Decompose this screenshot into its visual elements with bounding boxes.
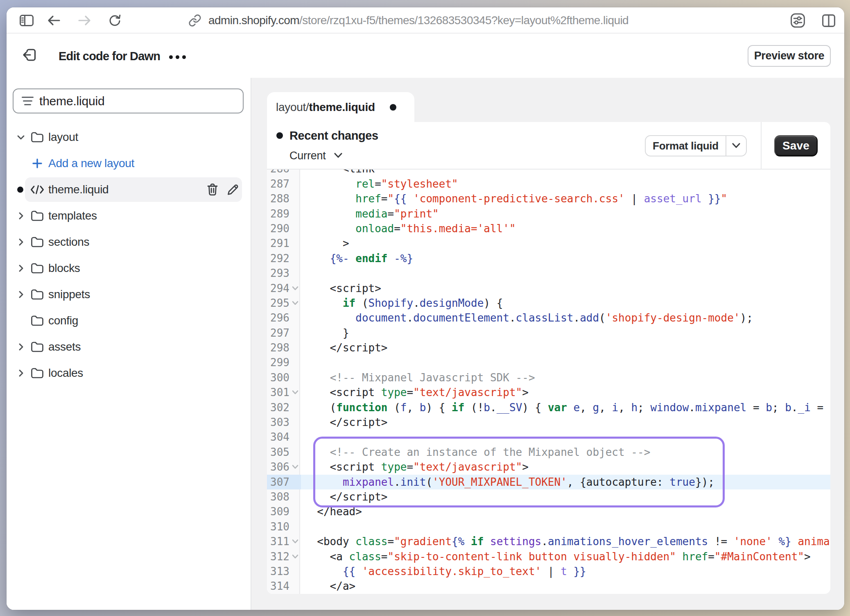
tree-item-locales[interactable]: locales [7,360,251,386]
code-text: > [304,236,349,251]
code-text: media="print" [304,206,439,221]
code-line-299[interactable]: 299 [267,355,830,370]
tree-item-snippets[interactable]: snippets [7,281,251,308]
chevron-down-icon [16,133,25,142]
code-line-288[interactable]: 288 href="{{ 'component-predictive-searc… [267,191,830,206]
code-line-290[interactable]: 290 onload="this.media='all'" [267,221,830,236]
code-line-314[interactable]: 314 </a> [267,579,830,593]
code-text: <script type="text/javascript"> [304,385,529,400]
expand-toggle[interactable] [16,263,26,274]
line-number: 293 [267,266,289,281]
code-line-298[interactable]: 298 </script> [267,340,830,355]
line-number: 299 [267,355,289,370]
preview-store-button[interactable]: Preview store [748,45,831,67]
line-number: 306 [267,460,289,474]
forward-button[interactable] [77,7,92,34]
code-text: {{ 'accessibility.skip_to_text' | t }} [304,564,586,579]
delete-file-button[interactable] [205,182,220,197]
line-number: 295 [267,296,289,310]
code-text: rel="stylesheet" [304,177,458,191]
expand-toggle[interactable] [16,211,26,221]
folder-icon [31,131,44,143]
line-number: 288 [267,191,289,206]
code-line-302[interactable]: 302 (function (f, b) { if (!b.__SV) { va… [267,400,830,415]
code-line-297[interactable]: 297 } [267,326,830,340]
tree-item-config[interactable]: config [7,308,251,334]
code-line-294[interactable]: 294 <script> [267,281,830,296]
sidebar-toggle-button[interactable] [16,7,37,34]
save-button[interactable]: Save [774,135,818,156]
expand-toggle[interactable] [16,237,26,247]
fold-toggle[interactable] [291,281,299,296]
code-line-293[interactable]: 293 [267,266,830,281]
code-text: </script> [304,340,388,355]
link-icon [188,14,201,27]
code-line-304[interactable]: 304 [267,430,830,444]
url-bar[interactable]: admin.shopify.com/store/rzq1xu-f5/themes… [188,7,628,34]
code-line-289[interactable]: 289 media="print" [267,206,830,221]
code-line-286[interactable]: 286 <link [267,170,830,177]
code-lines: 286 <link287 rel="stylesheet"288 href="{… [267,170,830,594]
folder-icon [31,236,44,248]
fold-toggle[interactable] [291,296,299,310]
code-line-308[interactable]: 308 </script> [267,489,830,504]
reload-button[interactable] [107,7,122,34]
code-line-312[interactable]: 312 <a class="skip-to-content-link butto… [267,549,830,564]
code-editor[interactable]: 286 <link287 rel="stylesheet"288 href="{… [267,170,830,594]
file-search-input[interactable]: theme.liquid [13,88,244,113]
code-line-287[interactable]: 287 rel="stylesheet" [267,177,830,191]
code-line-310[interactable]: 310 [267,519,830,534]
code-line-292[interactable]: 292 {%- endif -%} [267,251,830,266]
code-text: </head> [304,504,362,519]
split-view-button[interactable] [821,7,837,34]
code-line-295[interactable]: 295 if (Shopify.designMode) { [267,296,830,310]
fold-toggle[interactable] [291,460,299,474]
code-line-311[interactable]: 311 <body class="gradient{% if settings.… [267,534,830,549]
tree-item-blocks[interactable]: blocks [7,255,251,281]
code-line-301[interactable]: 301 <script type="text/javascript"> [267,385,830,400]
page-title: Edit code for Dawn [59,34,160,78]
format-liquid-caret[interactable] [726,136,746,156]
code-line-313[interactable]: 313 {{ 'accessibility.skip_to_text' | t … [267,564,830,579]
code-line-300[interactable]: 300 <!-- Mixpanel Javascript SDK --> [267,370,830,385]
line-number: 314 [267,579,289,593]
expand-toggle[interactable] [16,342,26,352]
tree-item-sections[interactable]: sections [7,229,251,255]
page-settings-button[interactable] [789,7,806,34]
chevron-right-icon [16,290,25,299]
exit-button[interactable] [21,47,38,63]
tree-item-templates[interactable]: templates [7,203,251,229]
code-line-296[interactable]: 296 document.documentElement.classList.a… [267,310,830,325]
line-number: 307 [267,475,289,489]
back-button[interactable] [47,7,61,34]
tree-item-theme-liquid[interactable]: theme.liquid [7,177,251,203]
tree-item-layout[interactable]: layout [7,124,251,150]
expand-toggle[interactable] [16,289,26,300]
tree-item-label: layout [48,124,78,150]
edit-icon [227,183,239,196]
more-actions-button[interactable] [168,49,186,65]
chevron-right-icon [16,369,25,378]
rename-file-button[interactable] [226,182,240,197]
code-line-306[interactable]: 306 <script type="text/javascript"> [267,460,830,474]
split-view-icon [822,14,835,27]
fold-toggle[interactable] [291,534,299,549]
version-picker[interactable]: Current [289,147,343,164]
tree-action-add-layout[interactable]: Add a new layout [7,150,251,177]
back-arrow-icon [47,15,61,26]
expand-toggle[interactable] [16,132,26,143]
code-line-291[interactable]: 291 > [267,236,830,251]
editor-tab[interactable]: layout/theme.liquid [267,92,414,124]
format-liquid-button[interactable]: Format liquid [645,135,747,156]
code-line-305[interactable]: 305 <!-- Create an instance of the Mixpa… [267,445,830,460]
fold-chevron-icon [291,390,299,395]
fold-toggle[interactable] [291,549,299,564]
code-line-309[interactable]: 309 </head> [267,504,830,519]
code-line-303[interactable]: 303 </script> [267,415,830,430]
line-number: 294 [267,281,289,296]
fold-toggle[interactable] [291,385,299,400]
chevron-down-icon [333,152,343,159]
code-line-307[interactable]: 307 mixpanel.init('YOUR_MIXPANEL_TOKEN',… [267,475,830,489]
tree-item-assets[interactable]: assets [7,334,251,360]
expand-toggle[interactable] [16,368,26,378]
